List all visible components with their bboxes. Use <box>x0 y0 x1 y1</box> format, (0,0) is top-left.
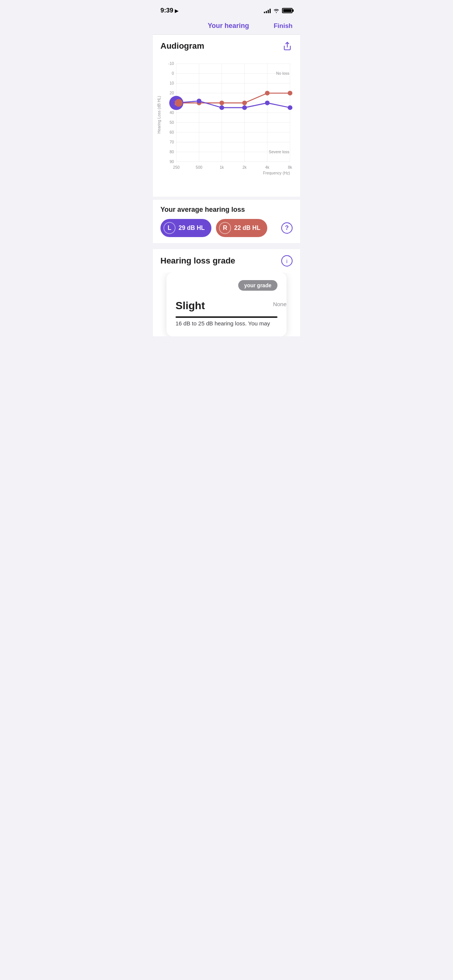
svg-text:No loss: No loss <box>277 72 289 75</box>
share-button[interactable] <box>282 41 292 51</box>
grade-description: 16 dB to 25 dB hearing loss. You may <box>176 319 277 327</box>
svg-text:40: 40 <box>170 111 174 115</box>
grade-badge-label: your grade <box>238 280 277 291</box>
svg-text:250: 250 <box>173 165 180 170</box>
grade-header: Hearing loss grade i <box>161 255 292 267</box>
grade-name: Slight <box>176 300 277 312</box>
svg-text:20: 20 <box>170 91 174 95</box>
audiogram-chart-container: Hearing Loss (dB HL) -10 0 10 20 30 40 5… <box>153 56 300 197</box>
right-ear-badge: R 22 dB HL <box>216 219 267 237</box>
right-250-badge <box>175 99 183 107</box>
wifi-icon <box>273 8 280 13</box>
right-ear-value: 22 dB HL <box>234 224 260 231</box>
svg-text:80: 80 <box>170 150 174 154</box>
svg-text:-10: -10 <box>168 62 174 66</box>
audiogram-section: Audiogram Hearing Loss (dB HL) <box>153 35 300 197</box>
svg-text:1k: 1k <box>220 165 224 170</box>
signal-icon <box>264 8 271 13</box>
left-ear-line <box>176 101 290 108</box>
nav-bar: Your hearing Finish <box>153 19 300 35</box>
location-icon: ▶ <box>175 8 178 14</box>
svg-text:60: 60 <box>170 130 174 134</box>
left-ear-value: 29 dB HL <box>178 224 205 231</box>
divider-1 <box>153 246 300 249</box>
hearing-loss-grade-section: Hearing loss grade i your grade Slight 1… <box>153 249 300 336</box>
left-ear-badge: L 29 dB HL <box>161 219 211 237</box>
status-bar: 9:39 ▶ <box>153 0 300 19</box>
avg-info-label: ? <box>285 224 289 231</box>
y-axis-label: Hearing Loss (dB HL) <box>157 96 161 134</box>
nav-title: Your hearing <box>183 22 274 30</box>
svg-text:2k: 2k <box>242 165 247 170</box>
battery-icon <box>282 8 292 13</box>
svg-text:0: 0 <box>172 72 174 75</box>
svg-text:4k: 4k <box>265 165 270 170</box>
left-8k-point <box>288 105 292 110</box>
grade-info-label: i <box>286 258 287 264</box>
avg-title: Your average hearing loss <box>161 206 292 214</box>
right-ear-letter: R <box>219 222 231 234</box>
right-8k-point <box>288 91 292 95</box>
right-2k-point <box>242 100 247 105</box>
left-500-point <box>197 99 201 103</box>
average-hearing-loss-section: Your average hearing loss L 29 dB HL R 2… <box>153 200 300 243</box>
svg-text:90: 90 <box>170 160 174 164</box>
right-4k-point <box>265 91 270 95</box>
right-1k-point <box>219 100 224 105</box>
grade-info-button[interactable]: i <box>281 255 292 267</box>
svg-text:10: 10 <box>170 81 174 85</box>
left-1k-point <box>219 105 224 110</box>
audiogram-header: Audiogram <box>153 35 300 56</box>
audiogram-title: Audiogram <box>161 41 204 51</box>
svg-text:50: 50 <box>170 121 174 124</box>
none-label: None <box>273 301 286 307</box>
svg-text:70: 70 <box>170 140 174 144</box>
finish-button[interactable]: Finish <box>274 22 292 30</box>
svg-text:500: 500 <box>196 165 203 170</box>
grade-card: your grade Slight 16 dB to 25 dB hearing… <box>167 272 286 336</box>
status-icons <box>264 8 292 13</box>
avg-info-button[interactable]: ? <box>281 222 292 234</box>
left-4k-point <box>265 100 270 105</box>
grade-title: Hearing loss grade <box>161 256 235 266</box>
grade-card-wrapper: your grade Slight 16 dB to 25 dB hearing… <box>161 272 292 336</box>
left-2k-point <box>242 105 247 110</box>
status-time: 9:39 <box>161 7 173 14</box>
grade-progress-bar <box>176 317 277 318</box>
avg-badges: L 29 dB HL R 22 dB HL ? <box>161 219 292 237</box>
svg-text:8k: 8k <box>288 165 292 170</box>
left-ear-letter: L <box>164 222 176 234</box>
audiogram-svg: Hearing Loss (dB HL) -10 0 10 20 30 40 5… <box>156 56 297 189</box>
svg-text:Severe loss: Severe loss <box>269 150 289 154</box>
svg-text:Frequency (Hz): Frequency (Hz) <box>263 171 290 175</box>
